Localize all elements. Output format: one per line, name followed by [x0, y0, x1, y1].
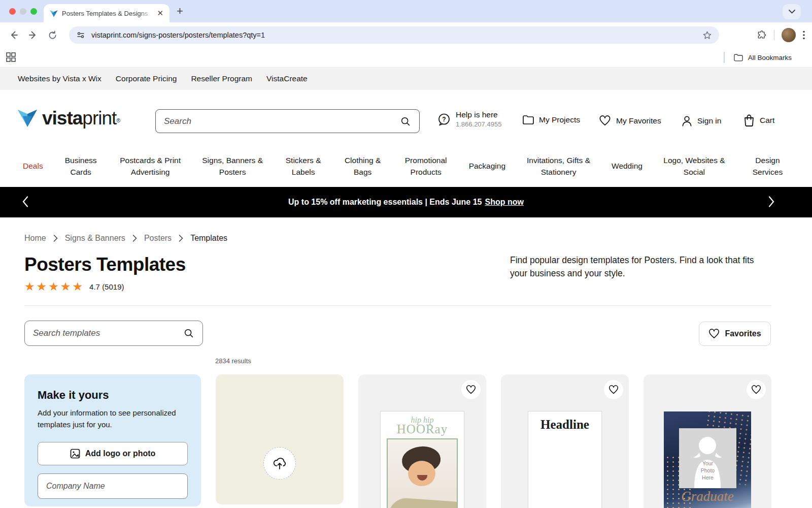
favorites-filter-label: Favorites [725, 329, 761, 338]
hooray-line2: HOORay [381, 424, 464, 435]
company-name-input[interactable] [46, 482, 179, 491]
favorite-template-button[interactable] [747, 380, 766, 399]
graduate-poster[interactable]: Your Photo Here Graduate [664, 411, 751, 508]
nav-logo-websites-social[interactable]: Logo, Websites & Social [661, 154, 727, 178]
headline-poster[interactable]: Headline [528, 411, 602, 508]
url-text[interactable]: vistaprint.com/signs-posters/posters/tem… [91, 31, 696, 39]
template-card-graduate[interactable]: Your Photo Here Graduate [644, 374, 771, 508]
window-controls[interactable] [9, 8, 37, 15]
promo-banner: Up to 15% off marketing essentials | End… [0, 187, 812, 217]
apps-grid-icon[interactable] [6, 52, 16, 62]
nav-deals[interactable]: Deals [23, 160, 43, 172]
search-icon[interactable] [400, 116, 411, 127]
template-search[interactable] [24, 321, 203, 346]
close-window-button[interactable] [9, 8, 16, 15]
rating-value: 4.7 (5019) [89, 282, 124, 291]
back-button[interactable] [4, 30, 23, 40]
browser-tab[interactable]: Posters Templates & Designs ✕ [44, 4, 170, 22]
forward-button[interactable] [23, 30, 43, 40]
extensions-puzzle-icon[interactable] [757, 30, 767, 40]
favicon-vistaprint-icon [50, 9, 58, 17]
template-search-input[interactable] [33, 328, 183, 338]
my-favorites-link[interactable]: My Favorites [599, 115, 661, 126]
chevron-right-icon [53, 235, 58, 242]
utility-link-reseller-program[interactable]: Reseller Program [191, 74, 252, 83]
nav-signs-banners-posters[interactable]: Signs, Banners & Posters [201, 154, 264, 178]
tab-search-chevron-button[interactable] [783, 4, 801, 19]
banner-shop-now-link[interactable]: Shop now [485, 198, 524, 207]
template-card-hooray[interactable]: hip hip HOORay [358, 374, 486, 508]
favorites-filter-button[interactable]: Favorites [699, 322, 771, 346]
help-title: Help is here [456, 110, 501, 119]
all-bookmarks-button[interactable]: All Bookmarks [724, 52, 792, 63]
browser-chrome: Posters Templates & Designs ✕ + [0, 0, 812, 22]
heart-icon [708, 329, 720, 339]
search-icon[interactable] [183, 328, 194, 339]
favorite-template-button[interactable] [604, 380, 623, 399]
sign-in-label: Sign in [697, 116, 721, 125]
nav-invitations-gifts-stationery[interactable]: Invitations, Gifts & Stationery [524, 154, 593, 178]
breadcrumb-home[interactable]: Home [24, 234, 46, 243]
favorite-template-button[interactable] [461, 380, 481, 399]
template-cards-row: Make it yours Add your information to se… [24, 374, 771, 508]
upload-design-card[interactable] [216, 374, 344, 504]
add-logo-label: Add logo or photo [85, 449, 156, 458]
graduate-script-text: Graduate [664, 489, 751, 504]
nav-postcards-print-advertising[interactable]: Postcards & Print Advertising [119, 154, 182, 178]
bookmarks-separator [724, 52, 725, 63]
new-tab-button[interactable]: + [177, 5, 183, 17]
nav-promotional-products[interactable]: Promotional Products [402, 154, 450, 178]
template-card-headline[interactable]: Headline [501, 374, 629, 508]
header-search-input[interactable] [164, 116, 400, 126]
browser-menu-icon[interactable] [803, 30, 805, 40]
utility-link-vistacreate[interactable]: VistaCreate [266, 74, 308, 83]
site-settings-icon[interactable] [76, 30, 85, 40]
vistaprint-mark-icon [17, 107, 38, 128]
help-block[interactable]: ? Help is here 1.866.207.4955 [437, 110, 501, 128]
results-count: 2834 results [215, 357, 251, 365]
nav-wedding[interactable]: Wedding [612, 160, 642, 172]
utility-link-corporate-pricing[interactable]: Corporate Pricing [116, 74, 177, 83]
main-nav: Deals Business Cards Postcards & Print A… [0, 148, 812, 184]
breadcrumb: Home Signs & Banners Posters Templates [24, 234, 227, 243]
cart-bag-icon [743, 114, 755, 126]
make-it-yours-title: Make it yours [38, 389, 188, 402]
url-bar[interactable]: vistaprint.com/signs-posters/posters/tem… [69, 26, 719, 44]
company-name-field[interactable] [38, 473, 188, 499]
sign-in-link[interactable]: Sign in [682, 115, 721, 126]
projects-folder-icon [523, 115, 534, 124]
banner-text: Up to 15% off marketing essentials | End… [288, 198, 482, 207]
utility-link-websites[interactable]: Websites by Vista x Wix [18, 74, 101, 83]
nav-packaging[interactable]: Packaging [469, 160, 505, 172]
rating-row[interactable]: ★★★★★ 4.7 (5019) [24, 281, 124, 293]
tab-close-icon[interactable]: ✕ [157, 9, 163, 18]
vistaprint-wordmark: vistaprint® [42, 107, 120, 132]
profile-avatar[interactable] [782, 28, 796, 42]
banner-next-icon[interactable] [768, 196, 774, 207]
upload-circle-button[interactable] [263, 447, 296, 480]
hooray-poster[interactable]: hip hip HOORay [380, 411, 464, 508]
star-rating-icons: ★★★★★ [24, 281, 84, 293]
nav-design-services[interactable]: Design Services [746, 154, 789, 178]
site-header: vistaprint® ? Help is here 1.866.207.495… [0, 90, 812, 147]
banner-prev-icon[interactable] [22, 196, 28, 207]
nav-stickers-labels[interactable]: Stickers & Labels [283, 154, 324, 178]
minimize-window-button[interactable] [20, 8, 26, 15]
nav-business-cards[interactable]: Business Cards [62, 154, 100, 178]
add-logo-button[interactable]: Add logo or photo [38, 442, 188, 465]
cart-link[interactable]: Cart [743, 114, 774, 126]
folder-icon [734, 54, 743, 61]
make-it-yours-body: Add your information to see personalized… [38, 407, 188, 431]
make-it-yours-card: Make it yours Add your information to se… [24, 374, 201, 506]
image-icon [70, 449, 80, 459]
header-search[interactable] [155, 109, 420, 133]
my-projects-link[interactable]: My Projects [523, 115, 580, 124]
zoom-window-button[interactable] [30, 8, 37, 15]
breadcrumb-posters[interactable]: Posters [144, 234, 172, 243]
reload-button[interactable] [43, 30, 62, 40]
vistaprint-logo[interactable]: vistaprint® [17, 107, 120, 132]
nav-clothing-bags[interactable]: Clothing & Bags [343, 154, 383, 178]
my-favorites-label: My Favorites [616, 116, 661, 125]
bookmark-star-icon[interactable] [702, 30, 712, 40]
breadcrumb-signs-banners[interactable]: Signs & Banners [65, 234, 125, 243]
